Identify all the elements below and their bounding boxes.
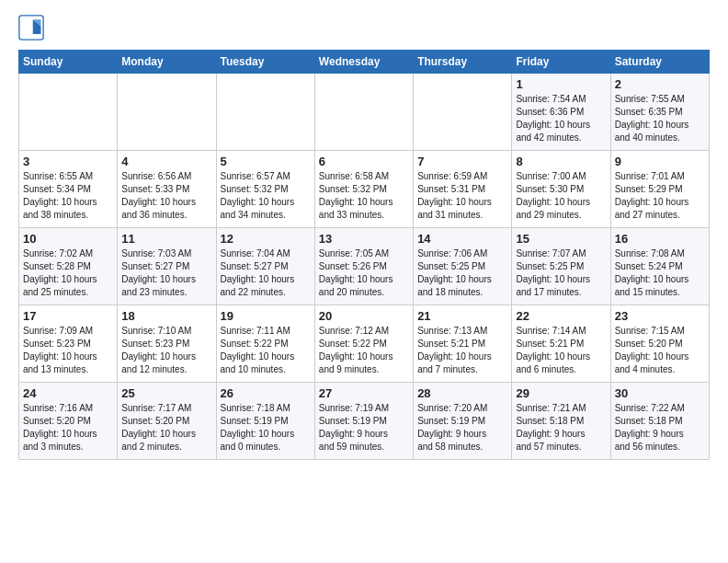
day-number: 20 bbox=[319, 309, 409, 323]
day-info: Sunrise: 7:20 AM Sunset: 5:19 PM Dayligh… bbox=[417, 402, 507, 454]
weekday-header-tuesday: Tuesday bbox=[216, 51, 314, 74]
day-number: 8 bbox=[516, 155, 606, 168]
day-info: Sunrise: 7:21 AM Sunset: 5:18 PM Dayligh… bbox=[516, 402, 606, 454]
day-info: Sunrise: 7:01 AM Sunset: 5:29 PM Dayligh… bbox=[615, 170, 705, 222]
day-cell bbox=[314, 74, 413, 151]
day-info: Sunrise: 7:03 AM Sunset: 5:27 PM Dayligh… bbox=[121, 247, 211, 299]
day-number: 11 bbox=[121, 232, 211, 246]
weekday-header-thursday: Thursday bbox=[414, 51, 512, 74]
logo-icon bbox=[18, 15, 44, 40]
day-info: Sunrise: 6:56 AM Sunset: 5:33 PM Dayligh… bbox=[121, 170, 211, 222]
day-info: Sunrise: 7:18 AM Sunset: 5:19 PM Dayligh… bbox=[221, 402, 311, 454]
day-cell: 30Sunrise: 7:22 AM Sunset: 5:18 PM Dayli… bbox=[610, 383, 709, 460]
day-number: 3 bbox=[23, 155, 113, 168]
day-number: 14 bbox=[417, 232, 507, 246]
day-number: 12 bbox=[221, 232, 311, 246]
day-info: Sunrise: 7:13 AM Sunset: 5:21 PM Dayligh… bbox=[417, 325, 507, 376]
day-info: Sunrise: 7:14 AM Sunset: 5:21 PM Dayligh… bbox=[516, 325, 606, 376]
day-cell: 16Sunrise: 7:08 AM Sunset: 5:24 PM Dayli… bbox=[610, 228, 709, 305]
logo bbox=[18, 15, 48, 40]
calendar-page: SundayMondayTuesdayWednesdayThursdayFrid… bbox=[0, 0, 728, 471]
day-number: 9 bbox=[615, 155, 705, 168]
day-cell: 27Sunrise: 7:19 AM Sunset: 5:19 PM Dayli… bbox=[314, 383, 413, 460]
day-cell: 7Sunrise: 6:59 AM Sunset: 5:31 PM Daylig… bbox=[414, 151, 512, 228]
day-cell: 15Sunrise: 7:07 AM Sunset: 5:25 PM Dayli… bbox=[512, 228, 610, 305]
day-cell: 19Sunrise: 7:11 AM Sunset: 5:22 PM Dayli… bbox=[216, 305, 314, 383]
day-cell: 26Sunrise: 7:18 AM Sunset: 5:19 PM Dayli… bbox=[216, 383, 314, 460]
day-cell: 9Sunrise: 7:01 AM Sunset: 5:29 PM Daylig… bbox=[610, 151, 709, 228]
calendar-table: SundayMondayTuesdayWednesdayThursdayFrid… bbox=[18, 50, 710, 460]
day-cell: 3Sunrise: 6:55 AM Sunset: 5:34 PM Daylig… bbox=[19, 151, 118, 228]
day-cell: 10Sunrise: 7:02 AM Sunset: 5:28 PM Dayli… bbox=[19, 228, 118, 305]
day-info: Sunrise: 7:04 AM Sunset: 5:27 PM Dayligh… bbox=[221, 247, 311, 299]
day-number: 2 bbox=[615, 77, 705, 91]
week-row-2: 3Sunrise: 6:55 AM Sunset: 5:34 PM Daylig… bbox=[19, 151, 710, 228]
day-cell bbox=[118, 74, 216, 151]
day-cell bbox=[216, 74, 314, 151]
day-info: Sunrise: 7:06 AM Sunset: 5:25 PM Dayligh… bbox=[417, 247, 507, 299]
day-number: 24 bbox=[23, 386, 113, 400]
day-info: Sunrise: 7:12 AM Sunset: 5:22 PM Dayligh… bbox=[319, 325, 409, 376]
day-number: 27 bbox=[319, 386, 409, 400]
day-number: 15 bbox=[516, 232, 606, 246]
day-number: 16 bbox=[615, 232, 705, 246]
day-info: Sunrise: 7:19 AM Sunset: 5:19 PM Dayligh… bbox=[319, 402, 409, 454]
week-row-3: 10Sunrise: 7:02 AM Sunset: 5:28 PM Dayli… bbox=[19, 228, 710, 305]
day-number: 10 bbox=[23, 232, 113, 246]
weekday-header-saturday: Saturday bbox=[610, 51, 709, 74]
day-number: 13 bbox=[319, 232, 409, 246]
day-cell: 24Sunrise: 7:16 AM Sunset: 5:20 PM Dayli… bbox=[19, 383, 118, 460]
day-number: 21 bbox=[417, 309, 507, 323]
day-number: 25 bbox=[121, 386, 211, 400]
day-number: 26 bbox=[221, 386, 311, 400]
day-cell: 14Sunrise: 7:06 AM Sunset: 5:25 PM Dayli… bbox=[414, 228, 512, 305]
day-number: 29 bbox=[516, 386, 606, 400]
weekday-header-friday: Friday bbox=[512, 51, 610, 74]
day-cell: 6Sunrise: 6:58 AM Sunset: 5:32 PM Daylig… bbox=[314, 151, 413, 228]
day-number: 4 bbox=[121, 155, 211, 168]
day-cell: 11Sunrise: 7:03 AM Sunset: 5:27 PM Dayli… bbox=[118, 228, 216, 305]
weekday-header-monday: Monday bbox=[118, 51, 216, 74]
day-info: Sunrise: 7:00 AM Sunset: 5:30 PM Dayligh… bbox=[516, 170, 606, 222]
day-cell: 20Sunrise: 7:12 AM Sunset: 5:22 PM Dayli… bbox=[314, 305, 413, 383]
day-number: 19 bbox=[221, 309, 311, 323]
week-row-1: 1Sunrise: 7:54 AM Sunset: 6:36 PM Daylig… bbox=[19, 74, 710, 151]
week-row-5: 24Sunrise: 7:16 AM Sunset: 5:20 PM Dayli… bbox=[19, 383, 710, 460]
day-cell: 5Sunrise: 6:57 AM Sunset: 5:32 PM Daylig… bbox=[216, 151, 314, 228]
day-number: 7 bbox=[417, 155, 507, 168]
day-info: Sunrise: 7:05 AM Sunset: 5:26 PM Dayligh… bbox=[319, 247, 409, 299]
day-number: 30 bbox=[615, 386, 705, 400]
day-info: Sunrise: 7:07 AM Sunset: 5:25 PM Dayligh… bbox=[516, 247, 606, 299]
day-number: 22 bbox=[516, 309, 606, 323]
day-info: Sunrise: 7:09 AM Sunset: 5:23 PM Dayligh… bbox=[23, 325, 113, 376]
day-cell: 12Sunrise: 7:04 AM Sunset: 5:27 PM Dayli… bbox=[216, 228, 314, 305]
day-number: 1 bbox=[516, 77, 606, 91]
day-number: 5 bbox=[221, 155, 311, 168]
day-info: Sunrise: 7:02 AM Sunset: 5:28 PM Dayligh… bbox=[23, 247, 113, 299]
day-cell: 29Sunrise: 7:21 AM Sunset: 5:18 PM Dayli… bbox=[512, 383, 610, 460]
weekday-header-sunday: Sunday bbox=[19, 51, 118, 74]
day-cell: 17Sunrise: 7:09 AM Sunset: 5:23 PM Dayli… bbox=[19, 305, 118, 383]
day-info: Sunrise: 6:59 AM Sunset: 5:31 PM Dayligh… bbox=[417, 170, 507, 222]
weekday-header-wednesday: Wednesday bbox=[314, 51, 413, 74]
day-cell: 4Sunrise: 6:56 AM Sunset: 5:33 PM Daylig… bbox=[118, 151, 216, 228]
day-info: Sunrise: 7:10 AM Sunset: 5:23 PM Dayligh… bbox=[121, 325, 211, 376]
day-cell: 18Sunrise: 7:10 AM Sunset: 5:23 PM Dayli… bbox=[118, 305, 216, 383]
day-cell: 28Sunrise: 7:20 AM Sunset: 5:19 PM Dayli… bbox=[414, 383, 512, 460]
day-cell: 21Sunrise: 7:13 AM Sunset: 5:21 PM Dayli… bbox=[414, 305, 512, 383]
day-info: Sunrise: 7:17 AM Sunset: 5:20 PM Dayligh… bbox=[121, 402, 211, 454]
day-number: 18 bbox=[121, 309, 211, 323]
weekday-header-row: SundayMondayTuesdayWednesdayThursdayFrid… bbox=[19, 51, 710, 74]
day-cell: 22Sunrise: 7:14 AM Sunset: 5:21 PM Dayli… bbox=[512, 305, 610, 383]
day-info: Sunrise: 6:55 AM Sunset: 5:34 PM Dayligh… bbox=[23, 170, 113, 222]
day-cell: 13Sunrise: 7:05 AM Sunset: 5:26 PM Dayli… bbox=[314, 228, 413, 305]
day-cell: 2Sunrise: 7:55 AM Sunset: 6:35 PM Daylig… bbox=[610, 74, 709, 151]
day-info: Sunrise: 7:11 AM Sunset: 5:22 PM Dayligh… bbox=[221, 325, 311, 376]
header bbox=[18, 15, 710, 40]
day-cell: 1Sunrise: 7:54 AM Sunset: 6:36 PM Daylig… bbox=[512, 74, 610, 151]
day-number: 23 bbox=[615, 309, 705, 323]
week-row-4: 17Sunrise: 7:09 AM Sunset: 5:23 PM Dayli… bbox=[19, 305, 710, 383]
day-info: Sunrise: 7:55 AM Sunset: 6:35 PM Dayligh… bbox=[615, 93, 705, 144]
day-info: Sunrise: 6:58 AM Sunset: 5:32 PM Dayligh… bbox=[319, 170, 409, 222]
day-cell: 23Sunrise: 7:15 AM Sunset: 5:20 PM Dayli… bbox=[610, 305, 709, 383]
